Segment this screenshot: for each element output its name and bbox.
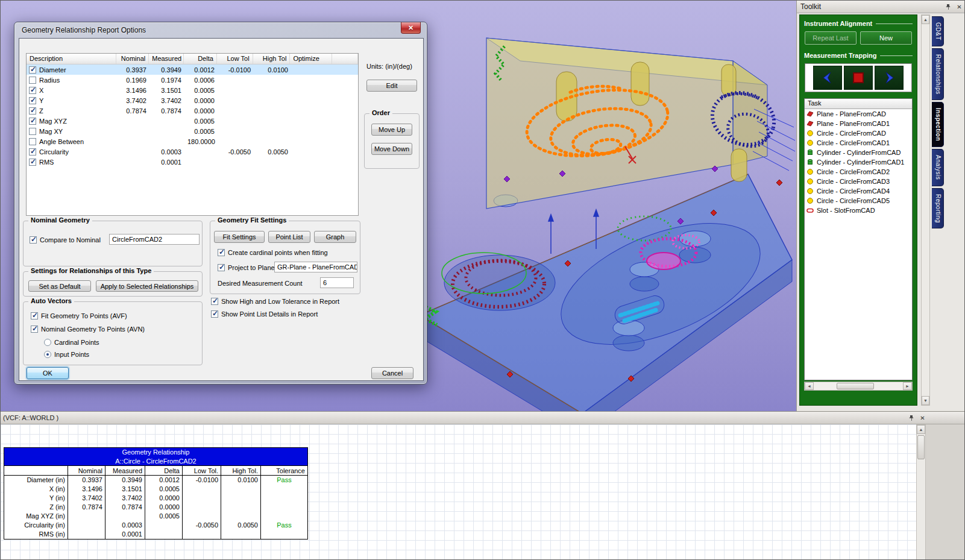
report-vscrollbar[interactable]: ▲ [916, 424, 926, 560]
tab-reporting[interactable]: Reporting [932, 188, 944, 229]
checkbox-icon[interactable] [29, 148, 36, 156]
task-item[interactable]: Slot - SlotFromCAD [805, 206, 912, 215]
pin-icon[interactable] [944, 2, 953, 11]
report-cell-low [183, 485, 221, 494]
trap-previous-button[interactable] [813, 66, 842, 90]
task-item[interactable]: Cylinder - CylinderFromCAD [805, 148, 912, 157]
pin-icon[interactable] [907, 414, 916, 423]
checkbox-icon[interactable] [29, 107, 36, 115]
checkbox-icon[interactable] [29, 159, 36, 166]
column-header[interactable]: High Tol [253, 54, 291, 64]
tab-gd-t[interactable]: GD&T [932, 16, 944, 46]
dialog-table-row[interactable]: Mag XY0.0005 [27, 126, 358, 136]
scroll-down-button[interactable]: ▼ [922, 396, 929, 405]
show-pointlist-checkbox[interactable]: Show Point List Details in Report [211, 310, 318, 318]
scroll-thumb[interactable] [917, 435, 925, 459]
3d-viewport[interactable]: Geometry Relationship Report Options ✕ D… [1, 1, 796, 411]
dialog-table-row[interactable]: Y3.74023.74020.0000 [27, 95, 358, 105]
row-description: Circularity [39, 148, 69, 156]
dialog-table-row[interactable]: Mag XYZ0.0005 [27, 116, 358, 126]
report-grid-area[interactable]: Geometry RelationshipA::Circle - CircleF… [1, 424, 916, 560]
dialog-table-row[interactable]: RMS0.0001 [27, 157, 358, 167]
row-description: Y [39, 97, 43, 104]
move-up-button[interactable]: Move Up [371, 124, 412, 136]
task-item[interactable]: Circle - CircleFromCAD3 [805, 177, 912, 186]
fit-settings-button[interactable]: Fit Settings [214, 231, 265, 243]
column-header[interactable]: Description [27, 54, 116, 64]
trap-next-button[interactable] [875, 66, 904, 90]
scroll-left-button[interactable]: ◄ [805, 382, 814, 390]
scroll-up-button[interactable]: ▲ [917, 425, 925, 434]
input-points-radio[interactable]: Input Points [44, 351, 89, 358]
tab-relationships[interactable]: Relationships [932, 48, 944, 101]
show-tolerance-checkbox[interactable]: Show High and Low Tolerance in Report [211, 298, 339, 305]
task-item[interactable]: Plane - PlaneFromCAD1 [805, 119, 912, 128]
row-description-cell: Mag XYZ [27, 118, 117, 125]
checkbox-icon[interactable] [29, 138, 36, 145]
set-as-default-button[interactable]: Set as Default [28, 280, 91, 292]
edit-button[interactable]: Edit [366, 80, 417, 92]
task-list-hscrollbar[interactable]: ◄ ► [804, 382, 913, 391]
checkbox-icon[interactable] [29, 97, 36, 104]
task-item[interactable]: Circle - CircleFromCAD [805, 128, 912, 138]
arrow-right-icon [882, 71, 896, 85]
compare-to-nominal-checkbox[interactable]: Compare to Nominal [30, 236, 101, 244]
scroll-up-button[interactable]: ▲ [922, 15, 929, 24]
cancel-button[interactable]: Cancel [371, 367, 413, 379]
avn-checkbox[interactable]: Nominal Geometry To Points (AVN) [31, 326, 145, 333]
checkbox-icon [218, 264, 225, 271]
move-down-button[interactable]: Move Down [371, 143, 412, 155]
graph-button[interactable]: Graph [314, 231, 356, 243]
task-list-header[interactable]: Task [805, 99, 912, 109]
ok-button[interactable]: OK [27, 367, 69, 379]
report-cell-measured: 3.1501 [105, 485, 145, 494]
task-item[interactable]: Circle - CircleFromCAD1 [805, 138, 912, 148]
column-header[interactable]: Low Tol [217, 54, 253, 64]
dialog-table-row[interactable]: X3.14963.15010.0005 [27, 85, 358, 95]
task-item[interactable]: Circle - CircleFromCAD5 [805, 196, 912, 206]
toolkit-vscrollbar[interactable]: ▲ ▼ [921, 14, 930, 406]
checkbox-icon[interactable] [29, 66, 36, 74]
column-header[interactable]: Optimize [290, 54, 332, 64]
checkbox-icon[interactable] [29, 87, 36, 94]
checkbox-icon[interactable] [29, 118, 36, 125]
column-header[interactable]: Delta [184, 54, 217, 64]
point-list-button[interactable]: Point List [268, 231, 310, 243]
close-icon[interactable]: ✕ [955, 2, 964, 11]
scroll-right-button[interactable]: ► [903, 382, 912, 390]
dialog-table-row[interactable]: Circularity0.0003-0.00500.0050 [27, 146, 358, 157]
measurement-count-field[interactable]: 6 [320, 277, 354, 288]
task-item[interactable]: Cylinder - CylinderFromCAD1 [805, 157, 912, 167]
report-cell-low [183, 503, 221, 512]
dialog-table-row[interactable]: Diameter0.39370.39490.0012-0.01000.0100 [27, 64, 358, 75]
close-icon[interactable]: ✕ [918, 414, 927, 423]
repeat-last-button[interactable]: Repeat Last [805, 31, 857, 45]
avf-checkbox[interactable]: Fit Geometry To Points (AVF) [31, 312, 127, 319]
dialog-table-row[interactable]: Radius0.19690.19740.0006 [27, 75, 358, 85]
trap-stop-button[interactable] [844, 66, 873, 90]
dialog-table-row[interactable]: Angle Between180.0000 [27, 136, 358, 146]
task-item[interactable]: Circle - CircleFromCAD4 [805, 186, 912, 196]
circle-icon [806, 197, 814, 204]
column-header[interactable]: Measured [149, 54, 184, 64]
column-header[interactable]: Nominal [116, 54, 149, 64]
dialog-table-row[interactable]: Z0.78740.78740.0000 [27, 105, 358, 116]
nominal-geometry-field[interactable]: CircleFromCAD2 [109, 234, 200, 245]
cylinder-icon [806, 149, 814, 156]
scroll-thumb[interactable] [837, 383, 874, 389]
dialog-close-button[interactable]: ✕ [401, 22, 421, 34]
checkbox-icon[interactable] [29, 77, 36, 84]
project-to-plane-checkbox[interactable]: Project to Plane [218, 264, 275, 271]
tab-inspection[interactable]: Inspection [932, 102, 944, 147]
new-alignment-button[interactable]: New [860, 31, 912, 45]
report-options-table[interactable]: DescriptionNominalMeasuredDeltaLow TolHi… [26, 53, 359, 216]
project-plane-field[interactable]: GR-Plane - PlaneFromCAD [274, 262, 357, 272]
create-cardinal-points-checkbox[interactable]: Create cardinal points when fitting [218, 249, 328, 256]
cardinal-points-radio[interactable]: Cardinal Points [44, 339, 99, 346]
checkbox-icon[interactable] [29, 128, 36, 135]
task-item[interactable]: Plane - PlaneFromCAD [805, 109, 912, 119]
tab-analysis[interactable]: Analysis [932, 149, 944, 186]
task-item[interactable]: Circle - CircleFromCAD2 [805, 167, 912, 177]
toolkit-titlebar: Toolkit ✕ [797, 1, 965, 13]
apply-to-selected-button[interactable]: Apply to Selected Relationships [96, 280, 198, 292]
